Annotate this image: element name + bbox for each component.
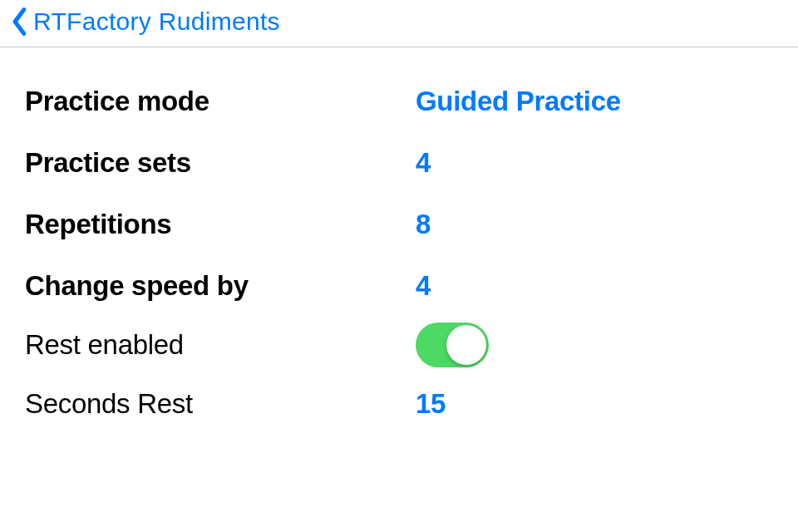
setting-label: Rest enabled (25, 329, 416, 361)
setting-change-speed-by[interactable]: Change speed by 4 (0, 255, 798, 317)
setting-repetitions[interactable]: Repetitions 8 (0, 194, 798, 255)
setting-value: 4 (416, 147, 431, 179)
setting-label: Repetitions (25, 209, 416, 240)
setting-value: 8 (416, 209, 431, 240)
setting-value: Guided Practice (416, 86, 621, 117)
setting-rest-enabled: Rest enabled (0, 317, 798, 373)
setting-value: 4 (416, 270, 431, 302)
settings-list: Practice mode Guided Practice Practice s… (0, 47, 798, 435)
setting-label: Practice sets (25, 147, 416, 179)
rest-enabled-toggle[interactable] (416, 323, 489, 367)
nav-bar: RTFactory Rudiments (0, 0, 798, 47)
setting-practice-mode[interactable]: Practice mode Guided Practice (0, 71, 798, 132)
setting-label: Change speed by (25, 270, 416, 302)
nav-back-title[interactable]: RTFactory Rudiments (33, 7, 280, 36)
setting-value: 15 (416, 388, 446, 420)
setting-label: Seconds Rest (25, 388, 416, 420)
setting-label: Practice mode (25, 86, 416, 117)
back-chevron-icon[interactable] (8, 7, 32, 37)
toggle-knob (446, 325, 486, 365)
setting-practice-sets[interactable]: Practice sets 4 (0, 132, 798, 194)
setting-seconds-rest[interactable]: Seconds Rest 15 (0, 373, 798, 435)
